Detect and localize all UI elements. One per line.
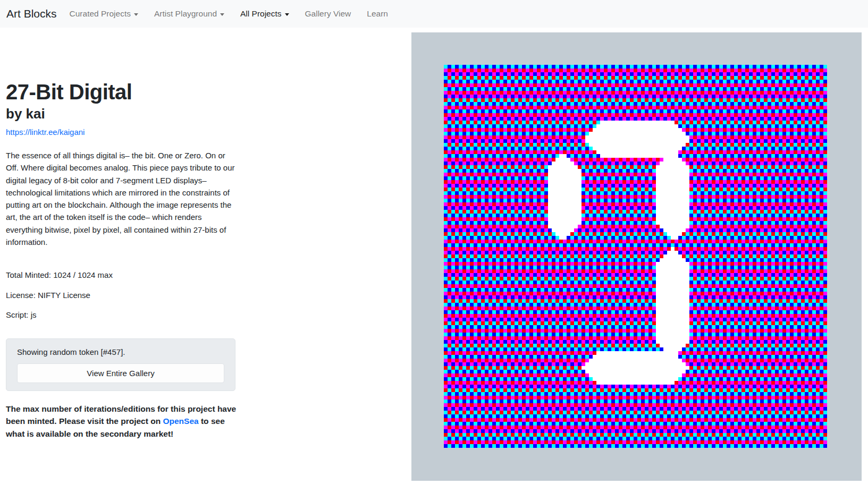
nav-item-curated-projects[interactable]: Curated Projects — [70, 9, 138, 19]
navbar: Art Blocks Curated Projects Artist Playg… — [0, 0, 868, 28]
chevron-down-icon — [285, 13, 289, 16]
nav-item-label: Artist Playground — [154, 9, 217, 19]
stat-license: License: NIFTY License — [6, 290, 246, 302]
nav-items: Curated Projects Artist Playground All P… — [70, 9, 388, 19]
project-description: The essence of all things digital is– th… — [6, 149, 237, 248]
stat-script: Script: js — [6, 309, 246, 321]
nav-item-artist-playground[interactable]: Artist Playground — [154, 9, 224, 19]
view-entire-gallery-button[interactable]: View Entire Gallery — [17, 363, 224, 383]
random-token-box: Showing random token [#457]. View Entire… — [6, 338, 235, 392]
nav-item-label: Curated Projects — [70, 9, 131, 19]
nav-item-learn[interactable]: Learn — [367, 9, 388, 19]
artist-link[interactable]: https://linktr.ee/kaigani — [6, 128, 85, 137]
chevron-down-icon — [220, 13, 224, 16]
chevron-down-icon — [134, 13, 138, 16]
page-title: 27-Bit Digital — [6, 79, 246, 105]
stat-total-minted: Total Minted: 1024 / 1024 max — [6, 269, 246, 282]
artist-byline: by kai — [6, 106, 246, 122]
nav-item-all-projects[interactable]: All Projects — [240, 9, 289, 19]
nav-item-label: Learn — [367, 9, 388, 19]
brand-art-blocks[interactable]: Art Blocks — [6, 7, 57, 20]
project-info-column: 27-Bit Digital by kai https://linktr.ee/… — [6, 28, 246, 440]
random-token-status: Showing random token [#457]. — [17, 346, 224, 359]
nav-item-label: All Projects — [240, 9, 282, 19]
nav-item-gallery-view[interactable]: Gallery View — [305, 9, 351, 19]
nav-item-label: Gallery View — [305, 9, 351, 19]
sold-out-notice: The max number of iterations/editions fo… — [6, 403, 240, 440]
opensea-link[interactable]: OpenSea — [163, 416, 198, 426]
artwork-panel — [411, 32, 862, 481]
artwork-canvas — [444, 65, 827, 448]
